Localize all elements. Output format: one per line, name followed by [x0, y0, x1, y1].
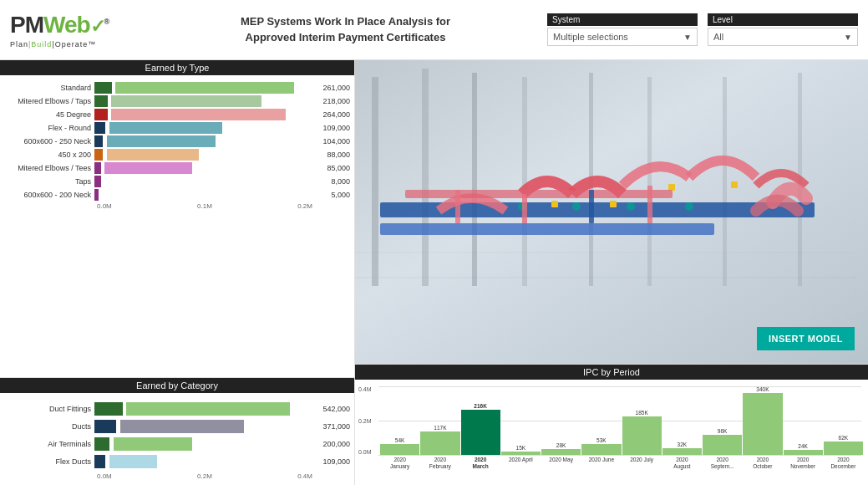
left-panel: Earned by Type Standard 261,000 Mitered …: [0, 60, 355, 485]
bar-value-600-250: 104,000: [322, 137, 350, 146]
cat-x-0: 0.0M: [97, 472, 112, 480]
svg-rect-14: [610, 201, 617, 207]
logo-web: Web: [43, 12, 90, 38]
bar-dark-taps: [94, 176, 101, 187]
ipc-val-aug: 32K: [678, 442, 688, 447]
earned-type-x-axis: 0.0M 0.1M 0.2M: [7, 202, 312, 210]
svg-rect-4: [422, 69, 429, 286]
earned-by-type-body: Standard 261,000 Mitered Elbows / Taps: [0, 75, 354, 215]
title-line2: Approved Interim Payment Certificates: [246, 31, 446, 43]
x-axis-01: 0.1M: [197, 202, 212, 210]
bar-container-45deg: 264,000: [94, 109, 312, 120]
header: PMWeb✓® Plan|Build|Operate™ MEP Systems …: [0, 0, 868, 60]
ipc-x-sep: 2020Septem...: [703, 457, 742, 470]
ipc-bar-jan: 54K: [380, 386, 419, 455]
ipc-x-jun: 2020 June: [581, 457, 621, 470]
system-filter-select[interactable]: Multiple selections ▼: [547, 28, 698, 46]
ipc-val-apr: 15K: [516, 445, 526, 451]
ipc-bar-fill-aug: [662, 448, 702, 455]
ipc-y-00: 0.0M: [358, 449, 372, 455]
filters-area: System Multiple selections ▼ Level All ▼: [547, 13, 858, 46]
bar-light-mitered-taps: [111, 95, 261, 107]
ipc-x-nov: 2020November: [784, 457, 823, 470]
svg-rect-15: [668, 184, 675, 191]
ipc-val-jan: 54K: [395, 437, 405, 443]
bar-container-standard: 261,000: [94, 82, 312, 94]
logo-build: |Build: [28, 40, 52, 48]
table-row: 45 Degree 264,000: [7, 109, 312, 120]
ipc-bar-mar: 216K: [461, 386, 500, 455]
ipc-bar-fill-apr: [501, 452, 541, 455]
x-axis-0: 0.0M: [97, 202, 112, 210]
logo-pm: PM: [10, 12, 43, 38]
bar-dark-45deg: [94, 109, 108, 120]
ipc-bar-nov: 24K: [784, 386, 823, 455]
system-filter-value: Multiple selections: [553, 32, 628, 42]
bar-light-duct-fittings: [126, 402, 290, 416]
table-row: Air Terminals 200,000: [7, 437, 312, 451]
bar-container-flex-ducts: 109,000: [94, 455, 312, 468]
svg-rect-8: [647, 77, 652, 286]
ipc-bar-fill-sep: [703, 435, 742, 455]
level-filter-select[interactable]: All ▼: [708, 28, 858, 46]
bar-label-450-200: 450 x 200: [7, 151, 94, 159]
bar-value-duct-fittings: 542,000: [322, 405, 350, 413]
ipc-x-mar: 2020March: [461, 457, 500, 470]
bar-dark-450-200: [94, 149, 103, 161]
bar-light-600-250: [107, 135, 216, 147]
svg-point-19: [627, 202, 635, 211]
ipc-bar-sep: 96K: [703, 386, 742, 455]
bar-light-air-terminals: [114, 437, 192, 451]
bar-label-45deg: 45 Degree: [7, 110, 94, 119]
model-3d-svg: [355, 60, 868, 364]
earned-by-type-section: Earned by Type Standard 261,000 Mitered …: [0, 60, 354, 378]
table-row: Flex Ducts 109,000: [7, 455, 312, 468]
svg-rect-3: [372, 77, 378, 286]
ipc-val-mar: 216K: [474, 403, 487, 409]
bar-container-mitered-taps: 218,000: [94, 95, 312, 107]
ipc-x-apr: 2020 April: [501, 457, 541, 470]
level-chevron-icon: ▼: [844, 33, 852, 42]
svg-rect-23: [522, 194, 527, 223]
ipc-bar-oct: 340K: [743, 386, 782, 455]
ipc-val-nov: 24K: [798, 443, 808, 449]
ipc-x-feb: 2020February: [420, 457, 459, 470]
ipc-bar-fill-dec: [824, 442, 863, 455]
logo-plan: Plan: [10, 40, 28, 48]
bar-label-standard: Standard: [7, 84, 94, 92]
bar-label-mitered-tees: Mitered Elbows / Tees: [7, 164, 94, 172]
earned-by-type-header: Earned by Type: [0, 60, 354, 75]
bar-label-flex-ducts: Flex Ducts: [7, 457, 94, 466]
logo-subtitle: Plan|Build|Operate™: [10, 40, 144, 48]
ipc-bar-fill-jan: [380, 444, 419, 455]
level-filter-value: All: [713, 32, 723, 42]
bar-label-ducts: Ducts: [7, 422, 94, 431]
svg-point-20: [685, 202, 693, 211]
ipc-y-04: 0.4M: [358, 386, 372, 392]
bar-dark-mitered-taps: [94, 95, 108, 107]
bar-label-600-250: 600x600 - 250 Neck: [7, 137, 94, 146]
bar-value-mitered-tees: 85,000: [327, 164, 350, 172]
bar-value-45deg: 264,000: [322, 110, 350, 119]
ipc-val-may: 28K: [556, 442, 566, 448]
bar-container-mitered-tees: 85,000: [94, 162, 312, 174]
ipc-val-oct: 340K: [756, 386, 769, 392]
ipc-val-jun: 53K: [596, 437, 607, 443]
bar-container-flex-round: 109,000: [94, 122, 312, 134]
model-placeholder: INSERT MODEL: [355, 60, 868, 364]
system-chevron-icon: ▼: [683, 33, 692, 42]
right-panel: INSERT MODEL IPC by Period 0.4M 0.2M 0.0…: [355, 60, 868, 485]
bar-container-air-terminals: 200,000: [94, 437, 312, 451]
insert-model-button[interactable]: INSERT MODEL: [757, 327, 855, 350]
bar-container-duct-fittings: 542,000: [94, 402, 312, 416]
level-filter-group: Level All ▼: [708, 13, 858, 46]
ipc-bar-dec: 62K: [824, 386, 863, 455]
app-container: PMWeb✓® Plan|Build|Operate™ MEP Systems …: [0, 0, 868, 485]
ipc-val-jul: 185K: [636, 410, 648, 416]
bar-value-600-200: 5,000: [331, 191, 350, 199]
svg-rect-5: [472, 73, 477, 286]
svg-rect-12: [380, 223, 714, 235]
bar-dark-600-200: [94, 189, 99, 201]
ipc-val-sep: 96K: [718, 428, 728, 434]
table-row: Flex - Round 109,000: [7, 122, 312, 134]
